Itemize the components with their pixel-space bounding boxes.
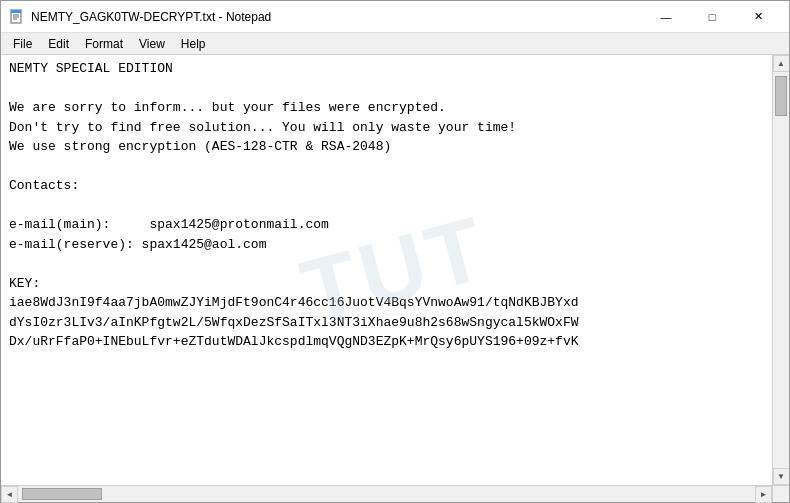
vertical-scrollbar: ▲ ▼: [772, 55, 789, 485]
menu-edit[interactable]: Edit: [40, 35, 77, 53]
scroll-left-button[interactable]: ◄: [1, 486, 18, 503]
scroll-track-horizontal[interactable]: [18, 486, 755, 502]
menu-bar: File Edit Format View Help: [1, 33, 789, 55]
window-title: NEMTY_GAGK0TW-DECRYPT.txt - Notepad: [31, 10, 643, 24]
scroll-track-vertical[interactable]: [773, 72, 789, 468]
scroll-thumb-vertical[interactable]: [775, 76, 787, 116]
menu-format[interactable]: Format: [77, 35, 131, 53]
title-bar: NEMTY_GAGK0TW-DECRYPT.txt - Notepad — □ …: [1, 1, 789, 33]
bottom-bar: ◄ ►: [1, 485, 789, 502]
notepad-window: NEMTY_GAGK0TW-DECRYPT.txt - Notepad — □ …: [0, 0, 790, 503]
close-button[interactable]: ✕: [735, 1, 781, 33]
window-controls: — □ ✕: [643, 1, 781, 33]
menu-view[interactable]: View: [131, 35, 173, 53]
horizontal-scrollbar: ◄ ►: [1, 485, 772, 502]
maximize-button[interactable]: □: [689, 1, 735, 33]
minimize-button[interactable]: —: [643, 1, 689, 33]
content-area: NEMTY SPECIAL EDITION We are sorry to in…: [1, 55, 789, 485]
text-editor[interactable]: NEMTY SPECIAL EDITION We are sorry to in…: [1, 55, 772, 485]
scroll-thumb-horizontal[interactable]: [22, 488, 102, 500]
scroll-down-button[interactable]: ▼: [773, 468, 790, 485]
scroll-right-button[interactable]: ►: [755, 486, 772, 503]
app-icon: [9, 9, 25, 25]
svg-rect-1: [11, 10, 21, 13]
menu-file[interactable]: File: [5, 35, 40, 53]
scrollbar-corner: [772, 485, 789, 502]
scroll-up-button[interactable]: ▲: [773, 55, 790, 72]
menu-help[interactable]: Help: [173, 35, 214, 53]
